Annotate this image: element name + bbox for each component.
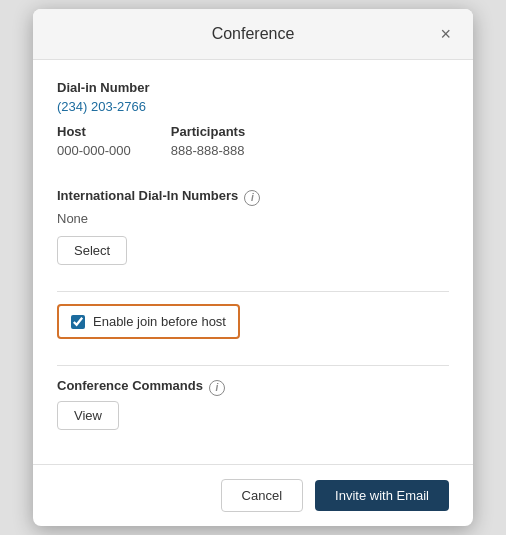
conference-commands-label-row: Conference Commands i [57,378,449,397]
join-before-host-container[interactable]: Enable join before host [57,304,240,339]
host-section: Host 000-000-000 [57,124,131,172]
conference-commands-info-icon[interactable]: i [209,380,225,396]
modal-overlay: Conference × Dial-in Number (234) 203-27… [0,0,506,535]
international-none: None [57,211,449,226]
international-label: International Dial-In Numbers [57,188,238,203]
invite-email-button[interactable]: Invite with Email [315,480,449,511]
divider-1 [57,291,449,292]
international-info-icon[interactable]: i [244,190,260,206]
cancel-button[interactable]: Cancel [221,479,303,512]
international-label-row: International Dial-In Numbers i [57,188,449,207]
participants-number: 888-888-888 [171,143,245,158]
participants-label: Participants [171,124,245,139]
dialin-number: (234) 203-2766 [57,99,449,114]
view-button[interactable]: View [57,401,119,430]
close-button[interactable]: × [434,23,457,45]
dialin-label: Dial-in Number [57,80,449,95]
modal-footer: Cancel Invite with Email [33,464,473,526]
modal-body: Dial-in Number (234) 203-2766 Host 000-0… [33,60,473,464]
participants-section: Participants 888-888-888 [171,124,245,172]
divider-2 [57,365,449,366]
host-participants-row: Host 000-000-000 Participants 888-888-88… [57,124,449,172]
join-before-host-checkbox[interactable] [71,315,85,329]
select-button[interactable]: Select [57,236,127,265]
modal-header: Conference × [33,9,473,60]
modal-title: Conference [212,25,295,43]
host-number: 000-000-000 [57,143,131,158]
join-before-host-label: Enable join before host [93,314,226,329]
conference-modal: Conference × Dial-in Number (234) 203-27… [33,9,473,526]
host-label: Host [57,124,131,139]
conference-commands-label: Conference Commands [57,378,203,393]
